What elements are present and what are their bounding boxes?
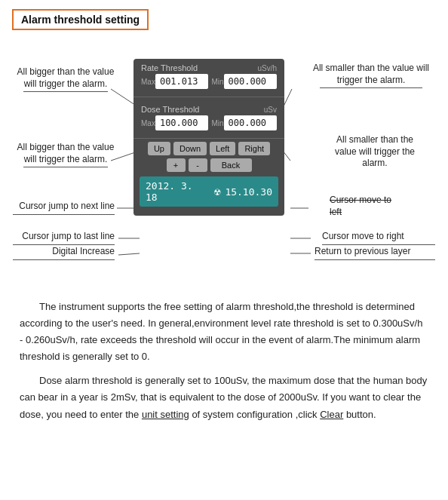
btn-back[interactable]: Back (210, 158, 252, 172)
rate-label: Rate Threshold (141, 63, 198, 72)
rate-min-label: Min (211, 78, 223, 86)
ann-mid-right: All smaller than the value will trigger … (315, 134, 435, 170)
svg-line-6 (118, 253, 140, 255)
para2-mid: of system configuration ,click (189, 409, 320, 420)
ann-prev-layer: Return to previous layer (315, 246, 435, 260)
dose-label: Dose Threshold (141, 105, 199, 114)
dose-min-field[interactable]: 000.000 (224, 115, 277, 130)
diagram-area: All bigger than the value will trigger t… (13, 44, 435, 285)
rate-unit: uSv/h (257, 64, 277, 72)
btn-up[interactable]: Up (148, 142, 170, 155)
ann-cursor-left: Cursor move to left (330, 195, 435, 218)
ann-digital-inc: Digital Increase (13, 246, 115, 260)
ann-cursor-next: Cursor jump to next line (13, 201, 115, 215)
para2-after: button. (343, 409, 376, 420)
dose-max-label: Max (141, 119, 155, 127)
rate-min-field[interactable]: 000.000 (224, 74, 277, 89)
nav-btn-row2: + - Back (140, 158, 278, 172)
dose-max-field[interactable]: 100.000 (155, 115, 208, 130)
ann-top-left: All bigger than the value will trigger t… (13, 66, 118, 92)
unit-setting-link[interactable]: unit setting (142, 409, 189, 420)
status-date: 2012. 3. 18 (146, 180, 210, 203)
status-time: 15.10.30 (225, 186, 272, 198)
page-title: Alarm threshold setting (12, 9, 149, 30)
nav-btn-row1: Up Down Left Right (140, 142, 278, 155)
btn-minus[interactable]: - (189, 158, 207, 172)
description-area: The instrument supports the free setting… (12, 299, 436, 423)
dose-values-row: Max 100.000 Min 000.000 (141, 115, 277, 130)
rate-header-row: Rate Threshold uSv/h (141, 63, 277, 72)
rate-values-row: Max 001.013 Min 000.000 (141, 74, 277, 89)
ann-cursor-last: Cursor jump to last line (13, 231, 115, 245)
clear-link[interactable]: Clear (320, 409, 343, 420)
device-panel: Rate Threshold uSv/h Max 001.013 Min 000… (133, 59, 284, 216)
dose-threshold-section: Dose Threshold uSv Max 100.000 Min 000.0… (133, 100, 284, 135)
ann-top-right: All smaller than the value will trigger … (307, 63, 435, 88)
radiation-icon: ☢ (214, 186, 220, 198)
btn-right[interactable]: Right (238, 142, 270, 155)
status-bar: 2012. 3. 18 ☢ 15.10.30 (140, 176, 278, 207)
btn-plus[interactable]: + (167, 158, 186, 172)
ann-mid-left: All bigger than the value will trigger t… (13, 142, 118, 167)
para1: The instrument supports the free setting… (20, 299, 428, 365)
btn-left[interactable]: Left (210, 142, 235, 155)
dose-header-row: Dose Threshold uSv (141, 105, 277, 114)
dose-unit: uSv (264, 106, 277, 114)
rate-max-label: Max (141, 78, 155, 86)
rate-max-field[interactable]: 001.013 (155, 74, 208, 89)
ann-cursor-right: Cursor move to right (322, 231, 435, 245)
para2: Dose alarm threshold is generally set to… (20, 373, 428, 422)
dose-min-label: Min (211, 119, 223, 127)
rate-threshold-section: Rate Threshold uSv/h Max 001.013 Min 000… (133, 59, 284, 94)
btn-down[interactable]: Down (173, 142, 207, 155)
